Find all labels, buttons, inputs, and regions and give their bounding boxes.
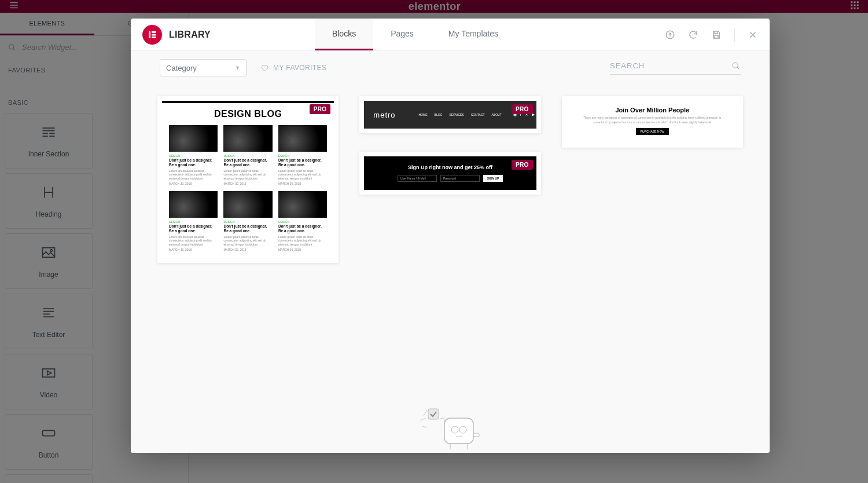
template-card[interactable]: PRO metro HOME BLOG SERVICES CONTACT ABO…: [359, 96, 540, 133]
template-card[interactable]: PRO Sign Up right now and get 25% off Us…: [359, 152, 540, 195]
close-icon[interactable]: [748, 30, 758, 40]
sync-icon[interactable]: [688, 30, 698, 40]
tab-blocks[interactable]: Blocks: [315, 19, 373, 50]
svg-rect-22: [152, 36, 156, 38]
svg-rect-25: [444, 418, 473, 444]
thumb-heading: DESIGN BLOG: [169, 109, 327, 119]
save-icon[interactable]: [711, 30, 722, 40]
template-search-input[interactable]: SEARCH: [610, 61, 741, 75]
svg-rect-28: [428, 409, 439, 419]
tab-my-templates[interactable]: My Templates: [431, 19, 516, 50]
elementor-logo-icon: [142, 25, 162, 45]
my-favorites-button[interactable]: MY FAVORITES: [260, 64, 326, 72]
modal-header: LIBRARY Blocks Pages My Templates: [131, 19, 770, 51]
library-modal: LIBRARY Blocks Pages My Templates Catego…: [131, 19, 770, 453]
svg-rect-20: [152, 31, 156, 33]
svg-rect-19: [149, 31, 150, 38]
thumb-heading: Join Over Million People: [583, 107, 722, 114]
mascot-illustration: [415, 401, 485, 453]
thumb-heading: Sign Up right now and get 25% off: [408, 164, 492, 170]
pro-badge: PRO: [512, 104, 533, 114]
template-card[interactable]: Join Over Million People There are many …: [562, 96, 743, 148]
svg-rect-21: [152, 34, 156, 35]
svg-point-24: [733, 63, 738, 68]
thumb-logo: metro: [373, 111, 395, 119]
category-select[interactable]: Category ▼: [160, 59, 247, 76]
pro-badge: PRO: [512, 160, 533, 170]
import-icon[interactable]: [665, 30, 675, 40]
template-card[interactable]: PRO DESIGN BLOG DESIGNDon't just be a de…: [157, 96, 339, 263]
pro-badge: PRO: [310, 104, 331, 114]
svg-rect-29: [473, 433, 479, 437]
divider: [734, 28, 735, 42]
search-icon: [731, 61, 741, 71]
modal-title: LIBRARY: [169, 30, 211, 40]
template-gallery[interactable]: PRO DESIGN BLOG DESIGNDon't just be a de…: [131, 85, 770, 453]
tab-pages[interactable]: Pages: [373, 19, 431, 50]
chevron-down-icon: ▼: [235, 65, 240, 71]
modal-toolbar: Category ▼ MY FAVORITES SEARCH: [131, 51, 770, 85]
